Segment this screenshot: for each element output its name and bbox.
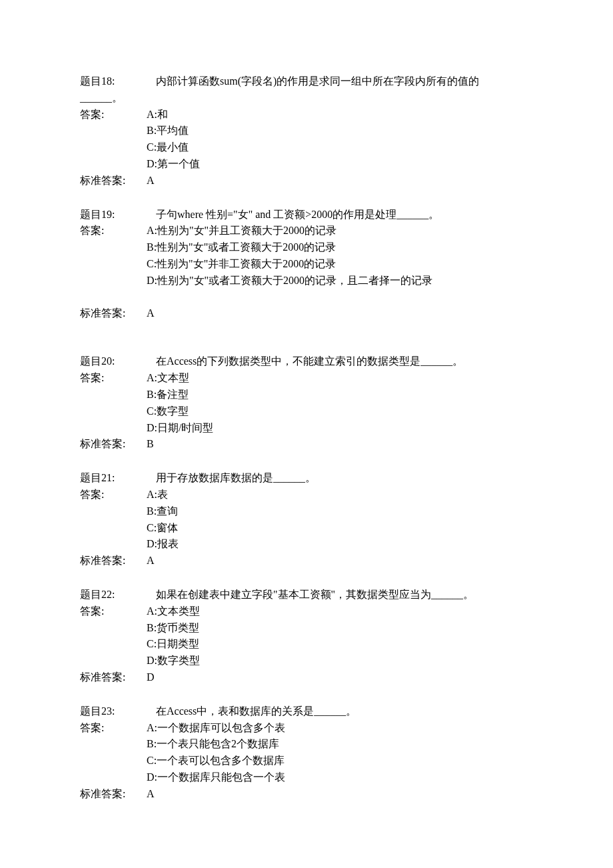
question-number-label: 题目22: (80, 587, 147, 603)
standard-answer-row: 标准答案:D (80, 669, 533, 686)
question-text: 如果在创建表中建立字段"基本工资额"，其数据类型应当为______。 (147, 587, 533, 603)
question-number-label: 题目23: (80, 703, 147, 720)
option-text: D:数字类型 (147, 653, 533, 669)
option-text: D:性别为"女"或者工资额大于2000的记录，且二者择一的记录 (147, 273, 533, 289)
question-number-label: 题目20: (80, 353, 147, 370)
question-block: 题目19:子句where 性别="女" and 工资额>2000的作用是处理__… (80, 207, 533, 322)
question-number-label: 题目18: (80, 73, 147, 90)
option-row: D:日期/时间型 (80, 420, 533, 437)
question-block: 题目20:在Access的下列数据类型中，不能建立索引的数据类型是______。… (80, 353, 533, 453)
option-text: A:表 (147, 487, 533, 503)
option-row: D:性别为"女"或者工资额大于2000的记录，且二者择一的记录 (80, 273, 533, 289)
standard-answer-label: 标准答案: (80, 553, 147, 569)
option-text: B:查询 (147, 503, 533, 520)
question-block: 题目22:如果在创建表中建立字段"基本工资额"，其数据类型应当为______。答… (80, 587, 533, 686)
question-block: 题目18:内部计算函数sum(字段名)的作用是求同一组中所在字段内所有的值的__… (80, 73, 533, 189)
question-number-label: 题目19: (80, 207, 147, 223)
option-row: 答案:A:一个数据库可以包含多个表 (80, 720, 533, 737)
standard-answer-label: 标准答案: (80, 436, 147, 453)
question-title-row: 题目19:子句where 性别="女" and 工资额>2000的作用是处理__… (80, 207, 533, 223)
question-text: 内部计算函数sum(字段名)的作用是求同一组中所在字段内所有的值的 (147, 73, 533, 90)
option-text: D:日期/时间型 (147, 420, 533, 437)
option-row: C:一个表可以包含多个数据库 (80, 753, 533, 769)
option-row: 答案:A:性别为"女"并且工资额大于2000的记录 (80, 223, 533, 239)
option-text: A:性别为"女"并且工资额大于2000的记录 (147, 223, 533, 239)
option-text: C:性别为"女"并非工资额大于2000的记录 (147, 256, 533, 273)
standard-answer-label: 标准答案: (80, 305, 147, 322)
option-row: B:平均值 (80, 123, 533, 139)
question-title-row: 题目23:在Access中，表和数据库的关系是______。 (80, 703, 533, 720)
option-text: A:一个数据库可以包含多个表 (147, 720, 533, 737)
option-row: C:窗体 (80, 520, 533, 537)
question-block: 题目23:在Access中，表和数据库的关系是______。答案:A:一个数据库… (80, 703, 533, 803)
option-text: B:平均值 (147, 123, 533, 139)
standard-answer-value: A (147, 305, 533, 322)
option-row: B:查询 (80, 503, 533, 520)
option-text: B:性别为"女"或者工资额大于2000的记录 (147, 239, 533, 256)
option-row: C:日期类型 (80, 636, 533, 653)
question-title-row: 题目20:在Access的下列数据类型中，不能建立索引的数据类型是______。 (80, 353, 533, 370)
option-text: D:第一个值 (147, 156, 533, 173)
question-text: 用于存放数据库数据的是______。 (147, 470, 533, 487)
standard-answer-row: 标准答案:A (80, 173, 533, 189)
question-number-label: 题目21: (80, 470, 147, 487)
standard-answer-row: 标准答案:A (80, 786, 533, 803)
option-text: D:报表 (147, 536, 533, 553)
answer-label: 答案: (80, 720, 147, 737)
option-text: B:货币类型 (147, 620, 533, 637)
option-text: C:一个表可以包含多个数据库 (147, 753, 533, 769)
standard-answer-value: A (147, 553, 533, 569)
answer-label: 答案: (80, 223, 147, 239)
option-row: C:最小值 (80, 139, 533, 156)
option-row: D:第一个值 (80, 156, 533, 173)
option-text: B:备注型 (147, 387, 533, 403)
document-body: 题目18:内部计算函数sum(字段名)的作用是求同一组中所在字段内所有的值的__… (80, 73, 533, 802)
option-row: 答案:A:表 (80, 487, 533, 503)
question-text: 在Access的下列数据类型中，不能建立索引的数据类型是______。 (147, 353, 533, 370)
question-text-line2: ______。 (80, 90, 123, 107)
option-row: C:性别为"女"并非工资额大于2000的记录 (80, 256, 533, 273)
option-row: B:备注型 (80, 387, 533, 403)
standard-answer-row: 标准答案:A (80, 305, 533, 322)
standard-answer-value: B (147, 436, 533, 453)
standard-answer-value: A (147, 786, 533, 803)
standard-answer-row: 标准答案:B (80, 436, 533, 453)
standard-answer-row: 标准答案:A (80, 553, 533, 569)
question-title-row: 题目22:如果在创建表中建立字段"基本工资额"，其数据类型应当为______。 (80, 587, 533, 603)
option-row: D:报表 (80, 536, 533, 553)
answer-label: 答案: (80, 603, 147, 620)
standard-answer-label: 标准答案: (80, 786, 147, 803)
standard-answer-value: A (147, 173, 533, 189)
question-title-row: 题目21:用于存放数据库数据的是______。 (80, 470, 533, 487)
standard-answer-label: 标准答案: (80, 173, 147, 189)
question-block: 题目21:用于存放数据库数据的是______。答案:A:表B:查询C:窗体D:报… (80, 470, 533, 569)
option-text: C:数字型 (147, 403, 533, 420)
standard-answer-label: 标准答案: (80, 669, 147, 686)
answer-label: 答案: (80, 107, 147, 123)
option-row: 答案:A:文本型 (80, 370, 533, 387)
option-text: A:和 (147, 107, 533, 123)
question-text: 在Access中，表和数据库的关系是______。 (147, 703, 533, 720)
option-row: B:性别为"女"或者工资额大于2000的记录 (80, 239, 533, 256)
option-row: C:数字型 (80, 403, 533, 420)
question-title-row: 题目18:内部计算函数sum(字段名)的作用是求同一组中所在字段内所有的值的 (80, 73, 533, 90)
answer-label: 答案: (80, 370, 147, 387)
question-text-continuation: ______。 (80, 90, 533, 107)
option-row: 答案:A:文本类型 (80, 603, 533, 620)
question-text: 子句where 性别="女" and 工资额>2000的作用是处理______。 (147, 207, 533, 223)
option-text: A:文本类型 (147, 603, 533, 620)
option-text: C:窗体 (147, 520, 533, 537)
spacer (80, 289, 533, 305)
option-row: B:一个表只能包含2个数据库 (80, 736, 533, 753)
option-row: D:一个数据库只能包含一个表 (80, 769, 533, 786)
option-text: A:文本型 (147, 370, 533, 387)
option-row: B:货币类型 (80, 620, 533, 637)
option-text: C:日期类型 (147, 636, 533, 653)
standard-answer-value: D (147, 669, 533, 686)
option-row: D:数字类型 (80, 653, 533, 669)
answer-label: 答案: (80, 487, 147, 503)
option-text: D:一个数据库只能包含一个表 (147, 769, 533, 786)
option-row: 答案:A:和 (80, 107, 533, 123)
option-text: B:一个表只能包含2个数据库 (147, 736, 533, 753)
option-text: C:最小值 (147, 139, 533, 156)
